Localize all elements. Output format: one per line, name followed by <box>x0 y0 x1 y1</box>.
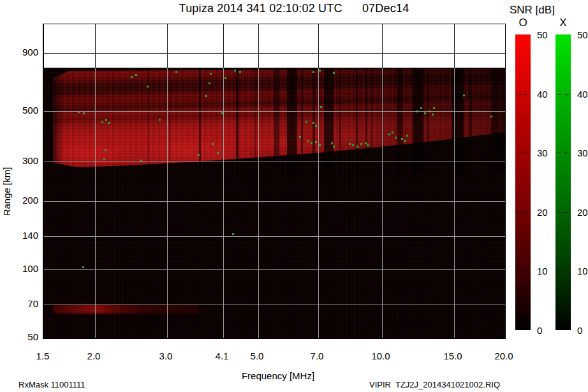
grid-line-horizontal <box>44 236 505 237</box>
x-mode-speck <box>312 122 314 124</box>
grid-line-vertical <box>382 24 383 338</box>
x-mode-speck <box>232 233 234 235</box>
x-mode-speck <box>205 95 207 97</box>
x-mode-speck <box>105 149 107 151</box>
colorbar-tick-dash <box>517 153 521 153</box>
colorbar-tick-label: 20 <box>537 207 554 218</box>
y-tick-label: 300 <box>9 155 38 166</box>
colorbar-tick-label: 30 <box>577 147 588 158</box>
x-mode-speck <box>210 73 212 75</box>
colorbar-tick-label: 0 <box>577 325 588 336</box>
colorbar-tick-dash <box>557 153 561 153</box>
x-mode-speck <box>175 71 177 73</box>
ionogram-screen: Tupiza 2014 341 02:10:02 UTC 07Dec14 SNR… <box>0 0 588 392</box>
x-mode-speck <box>333 72 335 74</box>
x-mode-speck <box>105 119 107 121</box>
x-mode-speck <box>463 94 465 96</box>
x-mode-speck <box>217 152 219 154</box>
colorbar-tick-dash <box>524 153 529 153</box>
x-mode-speck <box>320 106 322 108</box>
y-axis-label: Range [km] <box>1 153 11 230</box>
colorbar-tick-label: 0 <box>537 325 554 336</box>
grid-line-vertical <box>167 24 168 338</box>
colorbar-tick-label: 10 <box>537 266 554 276</box>
x-tick-label: 5.0 <box>243 351 271 361</box>
grid-line-horizontal <box>44 111 505 112</box>
x-mode-speck <box>307 140 309 142</box>
x-tick-label: 15.0 <box>439 351 467 361</box>
colorbar-tick-dash <box>557 94 561 94</box>
grid-line-vertical <box>223 24 224 338</box>
x-mode-speck <box>305 121 307 123</box>
grid-line-vertical <box>454 24 455 338</box>
x-mode-speck <box>234 70 236 72</box>
grid-line-horizontal <box>44 269 505 270</box>
x-axis-label: Frequency [MHz] <box>214 370 342 381</box>
colorbar-mode-label: O <box>515 17 531 29</box>
x-mode-speck <box>433 107 435 109</box>
colorbar-tick-label: 50 <box>537 29 554 40</box>
x-mode-speck <box>319 70 321 72</box>
colorbar-tick-label: 50 <box>577 29 588 40</box>
colorbar-tick-dash <box>517 271 521 271</box>
colorbar-x-gradient <box>555 34 571 330</box>
x-mode-speck <box>315 141 317 143</box>
x-mode-speck <box>212 143 214 145</box>
y-tick-label: 500 <box>9 105 38 116</box>
x-mode-speck <box>101 121 103 123</box>
x-mode-speck <box>83 112 85 114</box>
y-tick-label: 70 <box>9 298 38 309</box>
x-mode-speck <box>349 143 351 145</box>
x-mode-speck <box>432 114 434 116</box>
x-mode-speck <box>198 154 200 156</box>
colorbar-title: SNR [dB] <box>510 4 555 17</box>
y-tick-label: 50 <box>9 331 38 342</box>
colorbar-tick-dash <box>524 94 529 94</box>
x-mode-speck <box>406 135 408 137</box>
x-mode-speck <box>108 122 110 124</box>
grid-line-vertical <box>258 24 259 338</box>
x-mode-speck <box>224 77 226 79</box>
grid-line-horizontal <box>44 201 505 202</box>
colorbar-tick-dash <box>564 271 569 271</box>
y-tick-label: 140 <box>9 230 38 241</box>
noise-layer <box>44 68 505 338</box>
grid-line-horizontal <box>44 53 505 54</box>
colorbar-tick-dash <box>517 212 521 213</box>
x-mode-speck <box>401 138 403 140</box>
x-mode-speck <box>315 125 317 127</box>
x-tick-label: 3.0 <box>152 351 180 361</box>
x-mode-speck <box>103 158 105 160</box>
x-tick-label: 10.0 <box>367 351 395 361</box>
plot-title: Tupiza 2014 341 02:10:02 UTC 07Dec14 <box>135 2 453 15</box>
x-tick-label: 1.5 <box>29 351 57 361</box>
x-mode-speck <box>239 71 241 73</box>
x-mode-speck <box>209 82 210 84</box>
colorbar-tick-dash <box>524 212 529 213</box>
grid-line-vertical <box>318 24 319 338</box>
x-mode-speck <box>404 140 406 142</box>
x-mode-speck <box>395 137 397 139</box>
x-mode-speck <box>312 71 314 73</box>
x-mode-speck <box>159 119 161 121</box>
x-mode-speck <box>360 143 362 145</box>
x-mode-speck <box>135 74 137 76</box>
colorbar-tick-dash <box>524 271 529 271</box>
x-mode-speck <box>311 142 312 144</box>
x-mode-speck <box>147 86 149 87</box>
ionogram-plot-area <box>43 24 506 339</box>
colorbar-tick-dash <box>564 153 569 153</box>
echo-heatmap <box>44 68 505 338</box>
colorbar-tick-dash <box>517 94 521 94</box>
x-mode-speck <box>131 76 133 78</box>
colorbar-tick-label: 20 <box>577 207 588 218</box>
x-tick-label: 4.1 <box>208 351 236 361</box>
x-mode-speck <box>388 133 390 135</box>
x-mode-speck <box>319 144 321 146</box>
x-mode-speck <box>392 132 393 133</box>
x-mode-speck <box>420 107 422 109</box>
colorbar-tick-dash <box>564 212 569 213</box>
y-tick-label: 900 <box>9 47 38 57</box>
colorbar-tick-dash <box>557 271 561 271</box>
x-mode-speck <box>367 144 369 146</box>
